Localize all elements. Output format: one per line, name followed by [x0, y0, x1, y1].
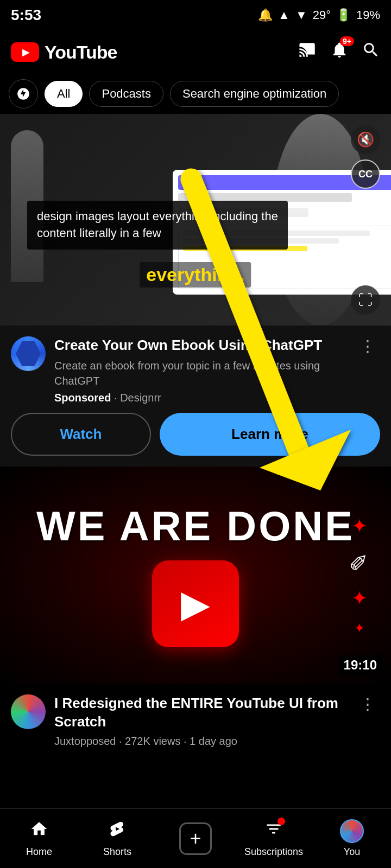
ad-title: Create Your Own Ebook Using ChatGPT — [54, 336, 346, 355]
all-chip[interactable]: All — [45, 81, 83, 107]
header-actions: 9+ — [299, 41, 380, 63]
shorts-icon — [108, 820, 127, 843]
video-duration: 19:10 — [338, 655, 382, 675]
podcasts-chip[interactable]: Podcasts — [89, 81, 163, 107]
nav-add[interactable]: + — [156, 822, 235, 855]
battery-level: 19% — [356, 8, 380, 22]
video-player[interactable]: design images layout everything includin… — [0, 114, 391, 326]
video-time: 1 day ago — [190, 735, 237, 747]
subscriptions-dot — [278, 818, 285, 825]
bottom-nav: Home Shorts + Subscriptions You — [0, 808, 391, 868]
subscriptions-label: Subscriptions — [244, 846, 303, 858]
video-yellow-text: everything, — [140, 262, 251, 288]
sparkle-2: ✦ — [351, 586, 368, 609]
nav-shorts[interactable]: Shorts — [78, 820, 156, 858]
channel-name: Designrr — [120, 392, 161, 404]
video-details: I Redesigned the ENTIRE YouTube UI from … — [54, 694, 346, 748]
header: YouTube 9+ — [0, 30, 391, 74]
channel-avatar-2 — [11, 694, 46, 729]
ad-meta: Sponsored · Designrr — [54, 392, 346, 404]
ad-info: Create Your Own Ebook Using ChatGPT Crea… — [54, 336, 346, 404]
video-channel: Juxtopposed — [54, 735, 116, 747]
thumb-title: WE ARE DONE — [36, 502, 355, 550]
mute-button[interactable]: 🔇 — [351, 125, 380, 154]
video-views: 272K views — [125, 735, 180, 747]
nav-you[interactable]: You — [313, 819, 391, 858]
thumb-background: WE ARE DONE ▶ — [0, 467, 391, 684]
expand-button[interactable]: ⛶ — [351, 285, 380, 315]
ad-header: Create Your Own Ebook Using ChatGPT Crea… — [11, 336, 380, 404]
cast-button[interactable] — [299, 41, 317, 63]
battery-icon: 🔋 — [336, 8, 351, 22]
watch-button[interactable]: Watch — [11, 413, 151, 456]
youtube-logo-icon — [11, 42, 39, 62]
logo-area: YouTube — [11, 42, 117, 63]
sparkle-3: ✦ — [354, 620, 365, 635]
battery-temp: 29° — [313, 8, 331, 22]
sparkles-decoration: ✦ ✏ ✦ ✦ — [349, 514, 369, 635]
explore-chip[interactable] — [9, 79, 38, 108]
home-icon — [30, 820, 48, 843]
channel-avatar — [11, 336, 46, 371]
shorts-label: Shorts — [103, 846, 131, 858]
video-thumbnail[interactable]: WE ARE DONE ▶ ✦ ✏ ✦ ✦ 19:10 — [0, 467, 391, 684]
status-bar: 5:53 🔔 ▲ ▼ 29° 🔋 19% — [0, 0, 391, 30]
signal-icon: ▲ — [278, 8, 290, 22]
notification-badge: 9+ — [340, 36, 354, 46]
sparkle-1: ✦ — [351, 514, 368, 537]
youtube-logo-text: YouTube — [45, 42, 117, 63]
filter-bar: All Podcasts Search engine optimization — [0, 74, 391, 114]
you-label: You — [344, 846, 360, 858]
wifi-icon: ▼ — [295, 8, 307, 22]
nav-subscriptions[interactable]: Subscriptions — [235, 820, 313, 858]
search-button[interactable] — [362, 41, 380, 63]
add-button[interactable]: + — [179, 822, 212, 855]
nav-home[interactable]: Home — [0, 820, 78, 858]
video-more-button[interactable]: ⋮ — [355, 694, 380, 713]
notification-button[interactable]: 9+ — [330, 41, 349, 63]
video-info: I Redesigned the ENTIRE YouTube UI from … — [0, 684, 391, 759]
home-label: Home — [26, 846, 52, 858]
video-subtitle: design images layout everything includin… — [27, 201, 288, 250]
video-meta: Juxtopposed · 272K views · 1 day ago — [54, 735, 346, 748]
play-button[interactable]: ▶ — [152, 560, 239, 647]
more-options-button[interactable]: ⋮ — [355, 336, 380, 355]
ad-description: Create an ebook from your topic in a few… — [54, 358, 346, 388]
subscriptions-icon — [264, 820, 283, 843]
you-avatar — [340, 819, 364, 843]
video-title: I Redesigned the ENTIRE YouTube UI from … — [54, 694, 346, 731]
sponsored-label: Sponsored — [54, 392, 111, 404]
status-time: 5:53 — [11, 7, 41, 24]
ad-actions: Watch Learn more — [11, 413, 380, 456]
seo-chip[interactable]: Search engine optimization — [170, 81, 339, 107]
learn-more-button[interactable]: Learn more — [160, 413, 380, 456]
status-icons: 🔔 ▲ ▼ 29° 🔋 19% — [258, 8, 380, 22]
notification-icon: 🔔 — [258, 8, 273, 22]
cc-button[interactable]: CC — [351, 159, 380, 189]
ad-card: Create Your Own Ebook Using ChatGPT Crea… — [0, 326, 391, 467]
